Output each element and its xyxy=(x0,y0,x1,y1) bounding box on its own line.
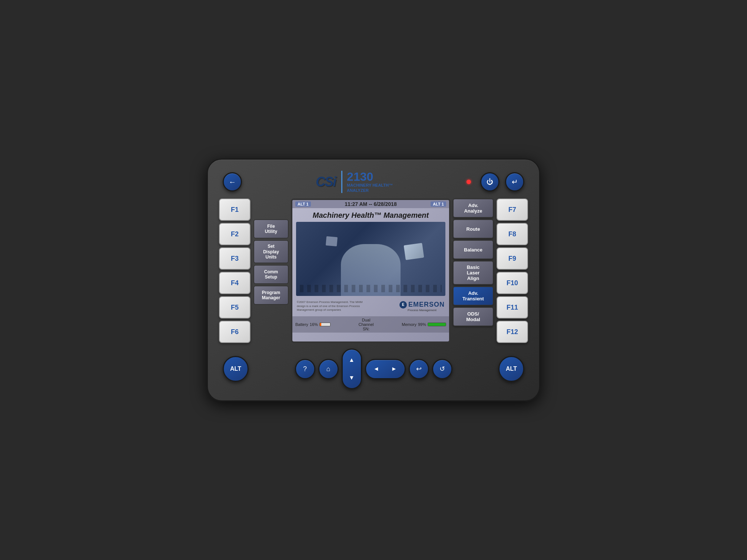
top-left-back-button[interactable]: ← xyxy=(223,172,242,191)
device-header: ← CSi 2130 MACHINERY HEALTH™ ANALYZER ⏻ … xyxy=(219,171,528,193)
f4-button[interactable]: F4 xyxy=(219,272,250,294)
f2-button[interactable]: F2 xyxy=(219,223,250,245)
f10-button[interactable]: F10 xyxy=(497,272,528,294)
top-buttons: ⏻ ↵ xyxy=(467,172,524,191)
up-button[interactable]: ▲ xyxy=(349,351,355,369)
right-menu-buttons: Adv. Analyze Route Balance Basic Laser A… xyxy=(453,199,494,343)
power-button[interactable]: ⏻ xyxy=(480,172,499,191)
right-button[interactable]: ► xyxy=(386,366,403,372)
screen-content: Machinery Health™ Management xyxy=(292,208,449,316)
refresh-button[interactable]: ↺ xyxy=(432,359,452,379)
battery-label: Battery xyxy=(295,322,308,327)
help-button[interactable]: ? xyxy=(295,359,315,379)
f3-button[interactable]: F3 xyxy=(219,247,250,270)
home-icon: ⌂ xyxy=(326,365,331,373)
down-arrow-icon: ▼ xyxy=(349,374,355,381)
emerson-logo: E EMERSON Process Management xyxy=(399,301,445,312)
right-arrow-icon: ► xyxy=(391,366,397,372)
adv-analyze-button[interactable]: Adv. Analyze xyxy=(453,199,494,218)
f12-button[interactable]: F12 xyxy=(497,321,528,343)
alt-button-right[interactable]: ALT xyxy=(498,356,524,382)
csi-2130-device: ← CSi 2130 MACHINERY HEALTH™ ANALYZER ⏻ … xyxy=(207,159,540,402)
top-right-enter-button[interactable]: ↵ xyxy=(505,172,524,191)
navigation-buttons: ? ⌂ ▲ ▼ ◄ ► ↩ xyxy=(295,349,452,389)
model-info: 2130 MACHINERY HEALTH™ ANALYZER xyxy=(341,171,393,193)
main-screen: ALT 1 11:27 AM -- 6/28/2018 ALT 1 Machin… xyxy=(291,199,451,343)
f1-button[interactable]: F1 xyxy=(219,199,250,221)
logo-area: CSi 2130 MACHINERY HEALTH™ ANALYZER xyxy=(316,171,393,193)
question-mark-icon: ? xyxy=(303,365,307,373)
battery-status: Battery 16% xyxy=(295,322,331,327)
battery-pct: 16% xyxy=(310,322,318,327)
f6-button[interactable]: F6 xyxy=(219,321,250,343)
f8-button[interactable]: F8 xyxy=(497,223,528,245)
set-display-units-button[interactable]: Set Display Units xyxy=(253,240,289,263)
memory-indicator xyxy=(428,323,446,326)
indicator-light xyxy=(467,180,471,184)
left-arrow-icon: ◄ xyxy=(374,366,379,372)
model-number: 2130 xyxy=(347,171,393,183)
up-arrow-icon: ▲ xyxy=(349,357,355,363)
enter-arrow-icon: ↵ xyxy=(512,177,518,186)
screen-header: ALT 1 11:27 AM -- 6/28/2018 ALT 1 xyxy=(292,200,449,208)
channel-info: Dual Channel SN: xyxy=(359,318,374,331)
screen-image xyxy=(296,222,445,296)
f5-button[interactable]: F5 xyxy=(219,296,250,319)
datetime-display: 11:27 AM -- 6/28/2018 xyxy=(345,201,396,207)
battery-indicator xyxy=(319,323,331,326)
basic-laser-align-button[interactable]: Basic Laser Align xyxy=(453,261,494,285)
emerson-sub-text: Process Management xyxy=(399,309,445,312)
model-subtitle-line2: ANALYZER xyxy=(347,188,393,193)
middle-section: File Utility Set Display Units Comm Setu… xyxy=(253,199,494,343)
ods-modal-button[interactable]: ODS/ Modal xyxy=(453,307,494,326)
status-bar: Battery 16% Dual Channel SN: Memory 99% xyxy=(292,316,449,333)
route-button[interactable]: Route xyxy=(453,219,494,239)
down-button[interactable]: ▼ xyxy=(349,369,355,386)
power-icon: ⏻ xyxy=(487,178,493,186)
alt-badge-left: ALT 1 xyxy=(295,201,311,207)
back-arrow-icon: ← xyxy=(229,178,236,186)
memory-label: Memory xyxy=(402,322,416,327)
screen-footer: ©2007 Emerson Process Management. The MH… xyxy=(296,299,445,313)
left-right-buttons: ◄ ► xyxy=(365,359,406,379)
device-bottom: ALT ? ⌂ ▲ ▼ ◄ ► xyxy=(219,349,528,389)
memory-status: Memory 99% xyxy=(402,322,446,327)
refresh-icon: ↺ xyxy=(439,365,445,373)
adv-transient-button[interactable]: Adv. Transient xyxy=(453,286,494,306)
alt-button-left[interactable]: ALT xyxy=(223,356,249,382)
f9-button[interactable]: F9 xyxy=(497,247,528,270)
back-nav-icon: ↩ xyxy=(416,365,422,373)
memory-pct: 99% xyxy=(418,322,426,327)
csi-logo: CSi xyxy=(316,174,336,190)
copyright-text: ©2007 Emerson Process Management. The MH… xyxy=(297,300,371,312)
back-nav-button[interactable]: ↩ xyxy=(409,359,429,379)
right-function-buttons: F7 F8 F9 F10 F11 F12 xyxy=(497,199,528,343)
image-background xyxy=(296,222,445,296)
screen-inner: ALT 1 11:27 AM -- 6/28/2018 ALT 1 Machin… xyxy=(292,200,449,341)
balance-button[interactable]: Balance xyxy=(453,240,494,259)
left-menu-buttons: File Utility Set Display Units Comm Setu… xyxy=(253,199,289,343)
left-button[interactable]: ◄ xyxy=(368,366,385,372)
battery-fill xyxy=(320,323,321,326)
file-utility-button[interactable]: File Utility xyxy=(253,219,289,239)
home-button[interactable]: ⌂ xyxy=(318,359,339,379)
f11-button[interactable]: F11 xyxy=(497,296,528,319)
alt-badge-right: ALT 1 xyxy=(431,201,446,207)
left-function-buttons: F1 F2 F3 F4 F5 F6 xyxy=(219,199,250,343)
f7-button[interactable]: F7 xyxy=(497,199,528,221)
up-down-buttons: ▲ ▼ xyxy=(342,349,362,389)
program-manager-button[interactable]: Program Manager xyxy=(253,286,289,305)
main-area: F1 F2 F3 F4 F5 F6 File Utility Set Displ… xyxy=(219,199,528,343)
model-subtitle-line1: MACHINERY HEALTH™ xyxy=(347,183,393,188)
screen-title: Machinery Health™ Management xyxy=(296,211,445,220)
emerson-brand-text: EMERSON xyxy=(408,301,445,309)
memory-fill xyxy=(428,323,446,326)
comm-setup-button[interactable]: Comm Setup xyxy=(253,265,289,284)
